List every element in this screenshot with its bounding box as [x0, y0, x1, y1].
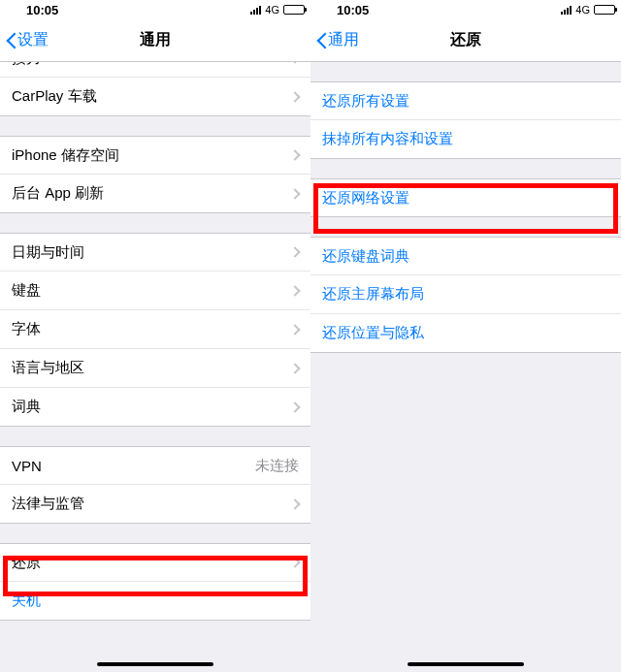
cell-label: 关机 — [12, 592, 41, 610]
cell-right — [291, 151, 299, 159]
back-button[interactable]: 通用 — [310, 30, 359, 50]
settings-group: 还原所有设置抹掉所有内容和设置 — [310, 81, 621, 159]
status-right: 4G — [561, 4, 615, 16]
settings-group: iPhone 储存空间后台 App 刷新 — [0, 136, 310, 213]
content-general[interactable]: 接力CarPlay 车载iPhone 储存空间后台 App 刷新日期与时间键盘字… — [0, 62, 310, 672]
cell-label: 字体 — [12, 320, 41, 338]
chevron-right-icon — [289, 324, 300, 335]
cell-label: 还原网络设置 — [322, 189, 409, 208]
settings-cell[interactable]: 还原主屏幕布局 — [310, 275, 621, 314]
nav-bar: 通用 还原 — [310, 19, 621, 62]
cell-label: 法律与监管 — [12, 495, 84, 513]
cell-label: CarPlay 车载 — [12, 87, 97, 106]
chevron-right-icon — [289, 91, 300, 102]
settings-cell[interactable]: CarPlay 车载 — [0, 78, 310, 116]
chevron-right-icon — [289, 401, 300, 412]
home-indicator[interactable] — [97, 662, 213, 666]
cell-right — [291, 287, 299, 295]
signal-icon — [250, 6, 261, 15]
status-bar: 10:05 4G — [310, 0, 621, 19]
chevron-right-icon — [289, 285, 300, 296]
signal-icon — [561, 6, 572, 15]
cell-label: 还原 — [12, 554, 41, 572]
nav-bar: 设置 通用 — [0, 19, 310, 62]
cell-label: 还原所有设置 — [322, 92, 409, 111]
cell-label: VPN — [12, 458, 42, 474]
chevron-left-icon — [6, 31, 17, 50]
settings-cell[interactable]: 字体 — [0, 310, 310, 349]
cell-label: 词典 — [12, 398, 41, 416]
cell-right — [291, 248, 299, 256]
battery-icon — [594, 5, 615, 15]
cell-right — [291, 403, 299, 411]
settings-cell[interactable]: 语言与地区 — [0, 349, 310, 388]
cell-detail: 未连接 — [255, 457, 299, 475]
settings-cell[interactable]: 接力 — [0, 62, 310, 78]
network-label: 4G — [265, 4, 279, 16]
settings-group: 日期与时间键盘字体语言与地区词典 — [0, 233, 310, 427]
cell-label: 抹掉所有内容和设置 — [322, 130, 453, 148]
home-indicator[interactable] — [408, 662, 524, 666]
chevron-right-icon — [289, 188, 300, 199]
cell-label: 日期与时间 — [12, 243, 84, 262]
cell-right — [291, 190, 299, 198]
cell-right — [291, 326, 299, 334]
settings-cell[interactable]: 日期与时间 — [0, 233, 310, 272]
cell-label: 还原主屏幕布局 — [322, 285, 424, 304]
settings-cell[interactable]: 还原网络设置 — [310, 178, 621, 217]
settings-cell[interactable]: 词典 — [0, 388, 310, 427]
settings-cell[interactable]: 还原键盘词典 — [310, 237, 621, 275]
cell-label: 键盘 — [12, 281, 41, 300]
network-label: 4G — [575, 4, 590, 16]
cell-label: iPhone 储存空间 — [12, 146, 119, 165]
settings-group: 接力CarPlay 车载 — [0, 62, 310, 116]
settings-cell[interactable]: 还原位置与隐私 — [310, 314, 621, 353]
chevron-right-icon — [289, 498, 300, 509]
settings-group: VPN未连接法律与监管 — [0, 446, 310, 524]
settings-cell[interactable]: 法律与监管 — [0, 485, 310, 524]
chevron-right-icon — [289, 62, 300, 64]
status-time: 10:05 — [26, 3, 58, 17]
settings-group: 还原关机 — [0, 543, 310, 621]
cell-label: 接力 — [12, 62, 41, 68]
cell-right: 未连接 — [255, 457, 299, 475]
settings-cell[interactable]: 还原所有设置 — [310, 81, 621, 120]
settings-group: 还原网络设置 — [310, 178, 621, 217]
settings-cell[interactable]: 后台 App 刷新 — [0, 175, 310, 213]
chevron-right-icon — [289, 246, 300, 257]
chevron-left-icon — [316, 31, 328, 50]
chevron-right-icon — [289, 149, 300, 160]
back-button[interactable]: 设置 — [0, 30, 49, 50]
status-right: 4G — [250, 4, 305, 16]
settings-cell[interactable]: 抹掉所有内容和设置 — [310, 120, 621, 159]
settings-cell[interactable]: 关机 — [0, 582, 310, 621]
cell-label: 还原键盘词典 — [322, 247, 409, 266]
settings-cell[interactable]: VPN未连接 — [0, 446, 310, 485]
settings-cell[interactable]: 键盘 — [0, 272, 310, 310]
cell-right — [291, 365, 299, 372]
settings-cell[interactable]: 还原 — [0, 543, 310, 582]
cell-right — [291, 559, 299, 566]
screen-reset: 10:05 4G 通用 还原 还原所有设置抹掉所有内容和设置还原网络设置还原键盘… — [310, 0, 621, 672]
chevron-right-icon — [289, 363, 300, 373]
screen-general: 10:05 4G 设置 通用 接力CarPlay 车载iPhone 储存空间后台… — [0, 0, 310, 672]
battery-icon — [283, 5, 305, 15]
status-time: 10:05 — [337, 3, 369, 17]
settings-group: 还原键盘词典还原主屏幕布局还原位置与隐私 — [310, 237, 621, 353]
cell-right — [291, 93, 299, 101]
cell-right — [291, 500, 299, 508]
status-bar: 10:05 4G — [0, 0, 310, 19]
cell-label: 语言与地区 — [12, 359, 84, 377]
cell-label: 后台 App 刷新 — [12, 184, 104, 203]
content-reset[interactable]: 还原所有设置抹掉所有内容和设置还原网络设置还原键盘词典还原主屏幕布局还原位置与隐… — [310, 62, 621, 672]
cell-label: 还原位置与隐私 — [322, 324, 424, 342]
settings-cell[interactable]: iPhone 储存空间 — [0, 136, 310, 175]
chevron-right-icon — [289, 557, 300, 567]
